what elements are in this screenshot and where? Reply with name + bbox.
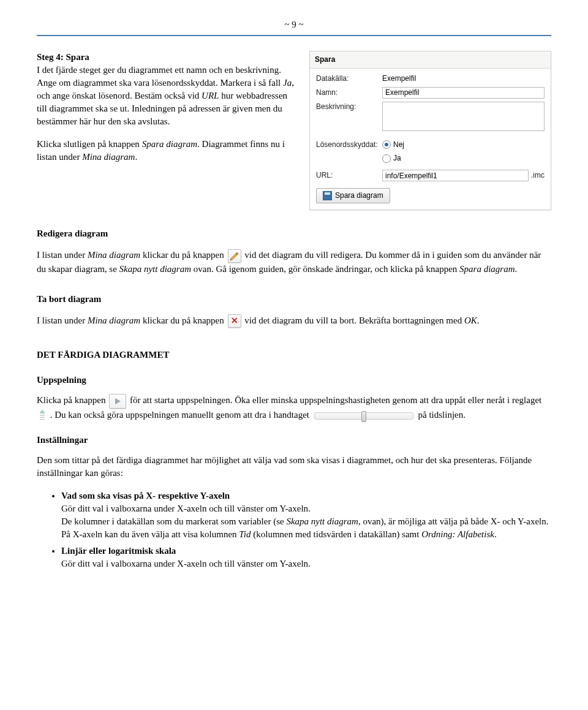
beskrivning-label: Beskrivning: xyxy=(316,102,382,112)
list-item: Linjär eller logaritmisk skala Gör ditt … xyxy=(61,545,551,570)
list-item: Vad som ska visas på X- respektive Y-axe… xyxy=(61,489,551,541)
url-input[interactable] xyxy=(382,170,529,181)
url-suffix: .imc xyxy=(531,170,545,181)
spara-panel-title: Spara xyxy=(310,51,551,69)
step4-para-1: I det fjärde steget ger du diagrammet et… xyxy=(37,64,295,128)
step4-title: Steg 4: Spara xyxy=(37,51,295,64)
speed-slider-icon[interactable] xyxy=(38,411,47,421)
radio-nej-label: Nej xyxy=(393,140,404,150)
spara-panel: Spara Datakälla: Exempelfil Namn: Beskri… xyxy=(309,51,551,210)
radio-nej[interactable]: Nej xyxy=(382,140,404,150)
radio-ja-dot xyxy=(382,154,391,163)
tabort-para: I listan under Mina diagram klickar du p… xyxy=(37,314,551,328)
save-icon xyxy=(323,191,332,200)
installningar-title: Inställningar xyxy=(37,434,551,447)
fardiga-title: DET FÄRDIGA DIAGRAMMET xyxy=(37,349,551,361)
installningar-list: Vad som ska visas på X- respektive Y-axe… xyxy=(37,489,551,570)
losenord-label: Lösenordsskyddat: xyxy=(316,140,382,150)
radio-nej-dot xyxy=(382,140,391,149)
play-icon[interactable] xyxy=(109,394,126,409)
radio-ja[interactable]: Ja xyxy=(382,153,401,164)
namn-input[interactable] xyxy=(382,87,545,99)
uppspelning-title: Uppspelning xyxy=(37,374,551,387)
spara-diagram-button-label: Spara diagram xyxy=(335,191,383,201)
timeline-slider-icon[interactable] xyxy=(314,412,413,420)
datakalla-label: Datakälla: xyxy=(316,74,382,84)
redigera-title: Redigera diagram xyxy=(37,227,551,240)
installningar-intro: Den som tittar på det färdiga diagrammet… xyxy=(37,454,551,480)
radio-ja-label: Ja xyxy=(393,153,401,164)
spara-diagram-button[interactable]: Spara diagram xyxy=(316,188,390,203)
redigera-para: I listan under Mina diagram klickar du p… xyxy=(37,249,551,276)
step4-para-2: Klicka slutligen på knappen Spara diagra… xyxy=(37,138,295,164)
edit-icon[interactable] xyxy=(228,249,241,263)
datakalla-value: Exempelfil xyxy=(382,74,545,84)
beskrivning-input[interactable] xyxy=(382,102,545,131)
header-rule xyxy=(37,35,551,36)
uppspelning-para: Klicka på knappen för att starta uppspel… xyxy=(37,394,551,421)
tabort-title: Ta bort diagram xyxy=(37,293,551,306)
delete-icon[interactable]: ✕ xyxy=(228,314,241,328)
namn-label: Namn: xyxy=(316,88,382,98)
url-label: URL: xyxy=(316,170,382,181)
page-number: ~ 9 ~ xyxy=(37,18,551,31)
